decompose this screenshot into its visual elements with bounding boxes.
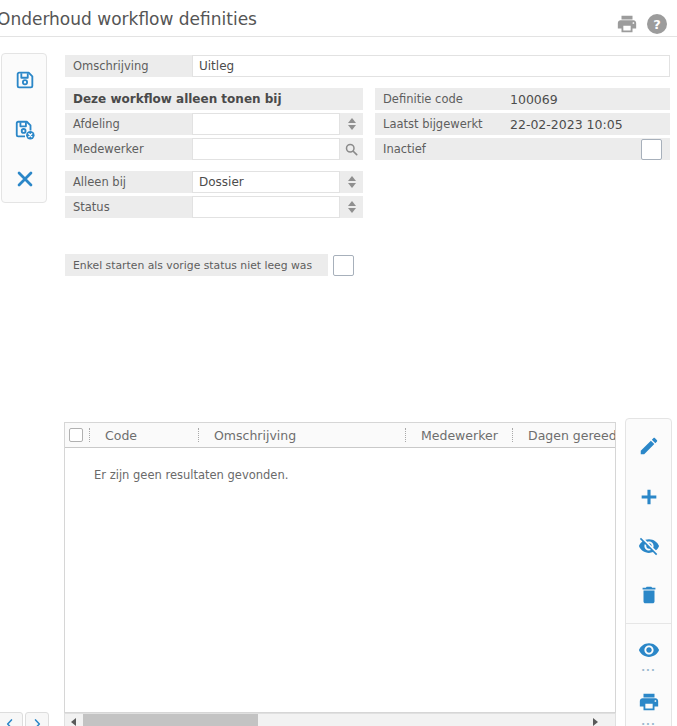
afdeling-label: Afdeling <box>65 113 192 135</box>
prev-page-button[interactable] <box>0 712 23 726</box>
view-icon[interactable] <box>638 639 660 661</box>
medewerker-label: Medewerker <box>65 138 192 160</box>
page-title: Onderhoud workflow definities <box>0 9 257 29</box>
omschrijving-input-wrap <box>192 55 670 77</box>
delete-icon[interactable] <box>638 584 660 606</box>
scroll-left-arrow[interactable] <box>71 718 76 726</box>
status-label: Status <box>65 196 192 218</box>
column-header-omschrijving[interactable]: Omschrijving <box>199 428 405 443</box>
omschrijving-label: Omschrijving <box>65 55 192 77</box>
laatst-bijgewerkt-value: 22-02-2023 10:05 <box>502 113 670 135</box>
scroll-right-arrow[interactable] <box>593 718 598 726</box>
medewerker-input[interactable] <box>199 139 333 159</box>
record-toolbar <box>1 53 47 203</box>
search-icon <box>344 142 359 157</box>
definitie-code-label: Definitie code <box>375 88 502 110</box>
dropdown-arrows-icon <box>348 201 356 213</box>
next-page-button[interactable] <box>25 712 49 726</box>
help-glyph: ? <box>653 17 661 32</box>
save-icon[interactable] <box>14 69 36 91</box>
field-row-laatst-bijgewerkt: Laatst bijgewerkt 22-02-2023 10:05 <box>375 113 670 135</box>
dropdown-arrows-icon <box>348 118 356 130</box>
header-divider <box>0 36 677 37</box>
save-cancel-icon[interactable] <box>14 119 36 141</box>
hide-icon[interactable] <box>638 535 660 557</box>
grid-empty-message: Er zijn geen resultaten gevonden. <box>65 448 615 482</box>
section-header: Deze workflow alleen tonen bij <box>65 88 363 110</box>
grid-toolbar: ... ... <box>625 418 672 726</box>
afdeling-select[interactable] <box>192 113 340 135</box>
omschrijving-input[interactable] <box>199 56 663 76</box>
enkel-starten-checkbox[interactable] <box>333 255 354 276</box>
scrollbar-thumb[interactable] <box>83 714 258 726</box>
alleen-bij-value: Dossier <box>199 175 244 189</box>
column-header-medewerker[interactable]: Medewerker <box>406 428 512 443</box>
field-row-omschrijving: Omschrijving <box>65 55 670 77</box>
field-row-definitie-code: Definitie code 100069 <box>375 88 670 110</box>
print-icon[interactable] <box>616 13 638 35</box>
select-all-checkbox[interactable] <box>69 428 83 442</box>
column-header-dagen-gereed[interactable]: Dagen gereed <box>513 428 615 443</box>
field-row-medewerker: Medewerker <box>65 138 363 160</box>
toolbar-divider <box>626 623 671 624</box>
medewerker-search-button[interactable] <box>340 138 363 160</box>
dropdown-arrows-icon <box>348 176 356 188</box>
close-icon[interactable] <box>14 168 36 190</box>
help-icon[interactable]: ? <box>647 14 667 34</box>
row-print-icon[interactable] <box>638 691 660 713</box>
inactief-checkbox[interactable] <box>641 139 662 160</box>
medewerker-input-wrap <box>192 138 340 160</box>
field-row-status: Status <box>65 196 363 218</box>
field-row-inactief: Inactief <box>375 138 670 160</box>
select-all-cell <box>65 428 89 442</box>
print-more-indicator: ... <box>626 719 671 725</box>
laatst-bijgewerkt-label: Laatst bijgewerkt <box>375 113 502 135</box>
grid-header-row: Code Omschrijving Medewerker Dagen geree… <box>65 423 615 448</box>
inactief-label: Inactief <box>375 142 641 156</box>
field-row-alleen-bij: Alleen bij Dossier <box>65 171 363 193</box>
afdeling-dropdown-button[interactable] <box>340 113 363 135</box>
alleen-bij-select[interactable]: Dossier <box>192 171 340 193</box>
chevron-left-icon <box>3 716 17 726</box>
workflow-steps-grid: Code Omschrijving Medewerker Dagen geree… <box>64 422 616 713</box>
grid-horizontal-scrollbar[interactable] <box>64 713 616 726</box>
add-icon[interactable] <box>638 486 660 508</box>
status-dropdown-button[interactable] <box>340 196 363 218</box>
field-row-enkel-starten: Enkel starten als vorige status niet lee… <box>65 254 363 276</box>
status-select[interactable] <box>192 196 340 218</box>
view-more-indicator: ... <box>626 665 671 671</box>
workflow-definition-page: { "colors": { "accent_blue": "#2b87c8", … <box>0 0 677 726</box>
alleen-bij-dropdown-button[interactable] <box>340 171 363 193</box>
edit-icon[interactable] <box>638 435 660 457</box>
field-row-afdeling: Afdeling <box>65 113 363 135</box>
chevron-right-icon <box>30 716 44 726</box>
enkel-starten-label: Enkel starten als vorige status niet lee… <box>65 254 328 276</box>
column-header-code[interactable]: Code <box>90 428 198 443</box>
alleen-bij-label: Alleen bij <box>65 171 192 193</box>
definitie-code-value: 100069 <box>502 88 670 110</box>
